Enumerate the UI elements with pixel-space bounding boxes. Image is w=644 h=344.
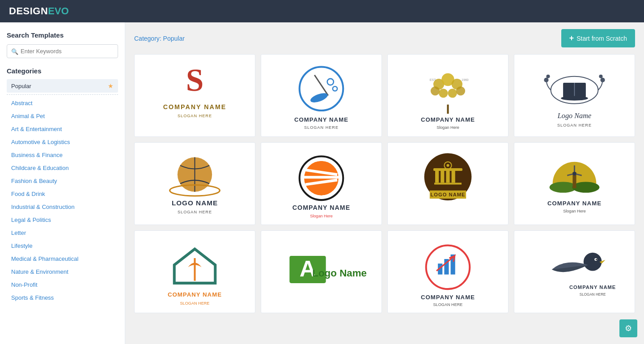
category-divider <box>7 94 118 95</box>
svg-text:SLOGAN HERE: SLOGAN HERE <box>178 114 212 118</box>
svg-text:1960: 1960 <box>462 78 469 82</box>
svg-point-28 <box>546 75 550 78</box>
svg-text:SLOGAN HERE: SLOGAN HERE <box>180 301 210 306</box>
svg-point-30 <box>599 75 602 78</box>
svg-text:LOGO NAME: LOGO NAME <box>430 192 465 197</box>
header: DESIGNEVO <box>0 0 644 22</box>
svg-text:S: S <box>186 63 204 98</box>
svg-text:COMPANY NAME: COMPANY NAME <box>421 294 475 301</box>
sidebar-item-automotive---logistics[interactable]: Automotive & Logistics <box>7 136 118 149</box>
sidebar-item-medical---pharmaceutical[interactable]: Medical & Pharmaceutical <box>7 252 118 265</box>
svg-text:SLOGAN HERE: SLOGAN HERE <box>580 293 606 297</box>
content-area: Category: Popular + Start from Scratch S… <box>125 22 644 344</box>
svg-line-4 <box>314 75 328 96</box>
settings-icon: ⚙ <box>625 323 632 333</box>
content-header: Category: Popular + Start from Scratch <box>134 29 635 47</box>
svg-text:COMPANY NAME: COMPANY NAME <box>294 116 348 123</box>
sidebar-item-lifestyle[interactable]: Lifestyle <box>7 239 118 252</box>
svg-text:LOGO NAME: LOGO NAME <box>172 199 218 207</box>
sidebar-item-letter[interactable]: Letter <box>7 226 118 239</box>
search-templates-title: Search Templates <box>7 31 118 39</box>
svg-point-27 <box>544 78 548 82</box>
logo-grid: S COMPANY NAME SLOGAN HERE COMPANY NAME … <box>134 54 635 313</box>
svg-text:Slogan Here: Slogan Here <box>563 209 586 213</box>
category-active: Popular <box>163 35 185 42</box>
svg-text:COMPANY NAME: COMPANY NAME <box>168 291 222 298</box>
svg-point-15 <box>431 86 440 95</box>
categories-list: PopularAbstractAnimal & PetArt & Enterta… <box>7 79 118 304</box>
svg-text:COMPANY NAME: COMPANY NAME <box>163 103 227 110</box>
logo-card-7[interactable]: LOGO NAME <box>387 142 508 225</box>
logo-card-4[interactable]: Logo Name SLOGAN HERE <box>514 54 635 137</box>
svg-rect-50 <box>446 170 449 183</box>
svg-text:COMPANY NAME: COMPANY NAME <box>421 116 475 123</box>
sidebar-item-abstract[interactable]: Abstract <box>7 97 118 110</box>
sidebar-item-legal---politics[interactable]: Legal & Politics <box>7 213 118 226</box>
logo-card-9[interactable]: COMPANY NAME SLOGAN HERE <box>134 230 255 313</box>
svg-text:Slogan Here: Slogan Here <box>310 214 333 218</box>
svg-point-26 <box>561 96 588 101</box>
logo-card-5[interactable]: LOGO NAME SLOGAN HERE <box>134 142 255 225</box>
svg-text:COMPANY NAME: COMPANY NAME <box>569 285 616 290</box>
sidebar-item-non-profit[interactable]: Non-Profit <box>7 278 118 291</box>
search-icon: 🔍 <box>11 48 18 55</box>
svg-rect-51 <box>452 170 455 183</box>
svg-rect-49 <box>441 170 444 183</box>
sidebar-item-art---entertainment[interactable]: Art & Entertainment <box>7 123 118 136</box>
svg-point-17 <box>439 89 448 98</box>
logo-design: DESIGN <box>9 5 48 17</box>
logo-card-12[interactable]: COMPANY NAME SLOGAN HERE <box>514 230 635 313</box>
svg-point-18 <box>448 89 457 98</box>
svg-text:Logo Name: Logo Name <box>557 112 591 120</box>
logo-card-1[interactable]: S COMPANY NAME SLOGAN HERE <box>134 54 255 137</box>
sidebar: Search Templates 🔍 Categories PopularAbs… <box>0 22 125 344</box>
search-input[interactable] <box>7 44 118 58</box>
sidebar-item-animal---pet[interactable]: Animal & Pet <box>7 110 118 123</box>
svg-point-16 <box>456 86 465 95</box>
svg-point-83 <box>596 259 597 260</box>
main-layout: Search Templates 🔍 Categories PopularAbs… <box>0 22 644 344</box>
svg-point-6 <box>327 79 334 85</box>
svg-point-80 <box>584 253 602 271</box>
categories-title: Categories <box>7 67 118 75</box>
category-label: Category: Popular <box>134 35 185 42</box>
svg-text:EST.: EST. <box>430 78 436 82</box>
svg-rect-53 <box>434 183 462 184</box>
start-from-scratch-button[interactable]: + Start from Scratch <box>561 29 635 47</box>
settings-button[interactable]: ⚙ <box>619 319 637 337</box>
sidebar-item-fashion---beauty[interactable]: Fashion & Beauty <box>7 174 118 187</box>
category-prefix: Category: <box>134 35 161 42</box>
svg-point-55 <box>446 164 449 167</box>
logo-card-6[interactable]: COMPANY NAME Slogan Here <box>261 142 382 225</box>
sidebar-item-childcare---education[interactable]: Childcare & Education <box>7 161 118 174</box>
plus-icon: + <box>569 34 574 43</box>
start-scratch-label: Start from Scratch <box>576 35 627 42</box>
svg-rect-52 <box>433 168 462 171</box>
sidebar-item-popular[interactable]: Popular <box>7 79 118 93</box>
svg-point-7 <box>333 86 337 91</box>
svg-point-29 <box>600 78 605 82</box>
svg-text:COMPANY NAME: COMPANY NAME <box>547 200 602 207</box>
logo-card-2[interactable]: COMPANY NAME SLOGAN HERE <box>261 54 382 137</box>
sidebar-item-nature---environment[interactable]: Nature & Environment <box>7 265 118 278</box>
svg-text:SLOGAN HERE: SLOGAN HERE <box>178 210 212 214</box>
svg-text:COMPANY NAME: COMPANY NAME <box>292 204 350 211</box>
logo-card-10[interactable]: A Logo Name <box>261 230 382 313</box>
svg-point-3 <box>300 67 343 110</box>
sidebar-item-food---drink[interactable]: Food & Drink <box>7 187 118 200</box>
svg-text:SLOGAN HERE: SLOGAN HERE <box>557 123 592 127</box>
svg-text:SLOGAN HERE: SLOGAN HERE <box>433 302 463 307</box>
svg-text:SLOGAN HERE: SLOGAN HERE <box>304 125 339 130</box>
sidebar-item-business---finance[interactable]: Business & Finance <box>7 149 118 161</box>
search-input-wrapper: 🔍 <box>7 44 118 58</box>
sidebar-item-industrial---construction[interactable]: Industrial & Construction <box>7 200 118 213</box>
sidebar-item-sports---fitness[interactable]: Sports & Fitness <box>7 291 118 304</box>
svg-point-64 <box>572 172 576 175</box>
svg-text:Logo Name: Logo Name <box>312 268 367 279</box>
logo-card-11[interactable]: COMPANY NAME SLOGAN HERE <box>387 230 508 313</box>
svg-rect-48 <box>435 170 439 183</box>
logo-card-8[interactable]: COMPANY NAME Slogan Here <box>514 142 635 225</box>
logo-evo: EVO <box>48 5 68 17</box>
logo-card-3[interactable]: EST. 1960 COMPANY NAME Slogan Here <box>387 54 508 137</box>
svg-text:Slogan Here: Slogan Here <box>436 125 459 130</box>
